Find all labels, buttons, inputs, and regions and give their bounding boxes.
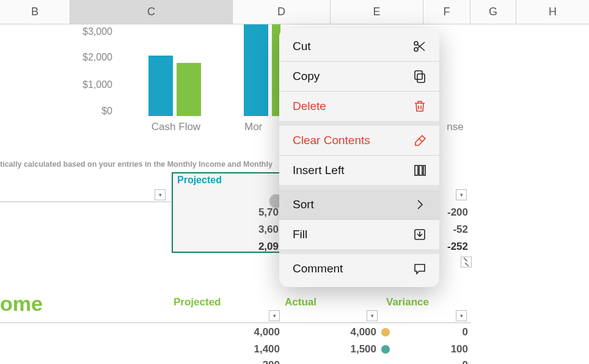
trash-icon [412,99,427,114]
cell-projected[interactable]: 1,400 [227,343,280,355]
svg-point-1 [414,48,418,51]
x-label: nse [440,121,470,133]
menu-label: Clear Contents [293,134,370,147]
cell-variance[interactable]: 0 [415,326,468,338]
cell-actual[interactable]: 4,000 [324,326,376,338]
helper-note: tically calculated based on your entries… [0,160,273,169]
cell-projected[interactable]: 3,60 [226,224,279,236]
col-head-f[interactable]: F [423,0,470,24]
chevron-right-icon [412,197,427,212]
col-head-d[interactable]: D [233,0,331,24]
y-tick: $3,000 [82,26,112,37]
context-menu: Cut Copy Delete Clear Contents Insert Le… [279,28,439,287]
col-head-e[interactable]: E [331,0,423,24]
menu-label: Insert Left [293,164,345,177]
menu-label: Delete [293,100,326,113]
menu-sort[interactable]: Sort [279,190,439,219]
svg-rect-8 [419,166,422,175]
bar-actual [177,63,201,116]
eraser-icon [412,133,427,148]
header-projected: Projected [177,175,222,186]
column-headers: B C D E F G H [0,0,589,24]
col-head-c[interactable]: C [70,0,233,24]
bar-projected [244,24,268,116]
menu-separator [279,249,439,254]
status-dot [381,345,390,354]
svg-rect-5 [415,71,422,79]
fill-down-icon [412,227,427,242]
filter-button[interactable]: ▾ [155,189,166,200]
header-variance: Variance [386,296,429,308]
col-head-b[interactable]: B [0,0,70,24]
menu-label: Fill [293,228,307,241]
col-head-g[interactable]: G [470,0,516,24]
y-tick: $2,000 [82,52,112,63]
cell-projected[interactable]: 4,000 [227,326,280,338]
x-label: Mor [244,121,281,133]
menu-cut[interactable]: Cut [279,32,439,61]
menu-insert-left[interactable]: Insert Left [279,156,439,185]
header-projected: Projected [174,296,221,308]
menu-delete[interactable]: Delete [279,92,439,121]
comment-icon [412,261,427,276]
filter-button[interactable]: ▾ [269,310,280,321]
menu-label: Comment [293,262,343,275]
bar-projected [148,56,173,116]
x-label: Cash Flow [139,121,213,133]
menu-separator [279,121,439,126]
menu-clear-contents[interactable]: Clear Contents [279,126,439,155]
cell-variance[interactable]: 0 [415,359,468,364]
cell-projected[interactable]: 5,70 [226,206,279,219]
header-actual: Actual [285,296,316,308]
insert-column-icon [412,163,427,178]
menu-label: Cut [293,40,311,53]
menu-comment[interactable]: Comment [279,254,439,283]
menu-separator [279,185,439,190]
svg-line-6 [419,139,422,142]
menu-label: Sort [293,198,314,211]
svg-rect-4 [417,74,425,82]
cell-projected[interactable]: 300 [227,359,280,364]
svg-point-0 [414,42,418,45]
y-tick: $1,000 [82,79,112,90]
expand-handle[interactable] [461,257,472,268]
divider [0,202,171,202]
menu-label: Copy [293,70,320,83]
svg-rect-7 [415,166,418,175]
divider [0,322,470,323]
filter-button[interactable]: ▾ [367,310,378,321]
filter-button[interactable]: ▾ [456,189,467,200]
status-dot [381,328,390,337]
menu-copy[interactable]: Copy [279,62,439,91]
svg-rect-9 [423,166,425,175]
cell-projected[interactable]: 2,09 [226,241,279,253]
cell-variance[interactable]: 100 [415,343,468,355]
scissors-icon [412,39,427,54]
filter-button[interactable]: ▾ [456,310,467,321]
section-title-fragment: ome [0,292,43,316]
menu-fill[interactable]: Fill [279,220,439,249]
copy-icon [412,69,427,84]
col-head-h[interactable]: H [516,0,589,24]
cell-actual[interactable]: 1,500 [324,343,376,355]
y-tick: $0 [101,106,112,117]
